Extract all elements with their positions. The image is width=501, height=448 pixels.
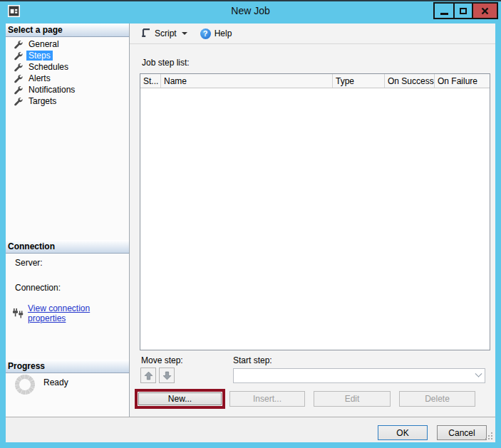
cancel-button[interactable]: Cancel [437, 425, 487, 440]
arrow-up-icon [144, 371, 153, 380]
maximize-button[interactable] [453, 2, 473, 19]
table-header-row: St... Name Type On Success On Failure [140, 74, 490, 88]
sidebar-item-label: General [26, 39, 61, 49]
maximize-icon [460, 8, 467, 14]
script-button[interactable]: Script [136, 25, 192, 43]
insert-button[interactable]: Insert... [229, 391, 305, 407]
start-step-combobox[interactable] [233, 368, 485, 383]
column-header-on-success[interactable]: On Success [385, 74, 435, 88]
select-page-header: Select a page [6, 24, 129, 37]
help-button[interactable]: ? Help [195, 26, 237, 42]
titlebar: New Job [0, 1, 501, 21]
sidebar-item-steps[interactable]: Steps [6, 50, 129, 61]
job-step-list-label: Job step list: [142, 58, 190, 68]
close-button[interactable] [472, 2, 498, 19]
wrench-icon [13, 63, 23, 72]
window-controls [435, 2, 498, 19]
ok-button[interactable]: OK [378, 425, 428, 440]
sidebar-item-label: Schedules [26, 62, 71, 72]
table-body[interactable] [140, 88, 490, 350]
view-connection-properties[interactable]: View connection properties [12, 303, 129, 323]
toolbar: Script ? Help [130, 24, 495, 44]
minimize-icon [440, 13, 448, 15]
progress-status: Ready [43, 377, 68, 387]
chevron-down-icon [182, 32, 187, 35]
column-header-on-failure[interactable]: On Failure [435, 74, 490, 88]
close-icon [481, 7, 489, 15]
job-step-table: St... Name Type On Success On Failure [140, 73, 490, 350]
footer: OK Cancel [6, 417, 495, 442]
view-connection-properties-link[interactable]: View connection properties [28, 303, 129, 323]
sidebar-item-label: Steps [26, 51, 53, 61]
progress-spinner-icon [14, 373, 36, 396]
page-list: General Steps Schedules Alerts Notificat… [6, 38, 129, 107]
column-header-name[interactable]: Name [161, 74, 333, 88]
combo-chevron-icon [472, 373, 485, 378]
main-panel: Script ? Help Job step list: St... Name … [130, 24, 495, 417]
wrench-icon [13, 97, 23, 106]
help-label: Help [215, 28, 232, 38]
sidebar-item-general[interactable]: General [6, 38, 129, 50]
sidebar-item-alerts[interactable]: Alerts [6, 73, 129, 84]
delete-button[interactable]: Delete [399, 391, 475, 407]
progress-header: Progress [6, 360, 129, 373]
sidebar-item-label: Notifications [26, 85, 77, 95]
column-header-st[interactable]: St... [140, 74, 161, 88]
connection-plug-icon [12, 308, 24, 319]
help-icon: ? [200, 28, 211, 39]
move-step-up-button[interactable] [140, 368, 156, 383]
script-icon [141, 28, 151, 40]
move-step-down-button[interactable] [159, 368, 175, 383]
server-label: Server: [15, 258, 43, 268]
arrow-down-icon [162, 371, 172, 380]
sidebar-item-label: Alerts [26, 73, 53, 83]
sidebar-item-notifications[interactable]: Notifications [6, 84, 129, 95]
new-job-dialog: New Job Select a page General Steps Sche… [0, 0, 501, 448]
connection-label: Connection: [15, 283, 61, 293]
edit-button[interactable]: Edit [314, 391, 391, 407]
sidebar: Select a page General Steps Schedules Al… [6, 24, 130, 417]
sidebar-item-label: Targets [26, 96, 58, 106]
wrench-icon [13, 85, 23, 95]
sidebar-item-schedules[interactable]: Schedules [6, 61, 129, 73]
connection-header: Connection [6, 240, 129, 254]
window-title: New Job [0, 5, 501, 16]
column-header-type[interactable]: Type [333, 74, 385, 88]
move-step-label: Move step: [141, 355, 183, 365]
annotation-highlight-box: New... [135, 389, 225, 409]
resize-grip[interactable] [485, 432, 493, 440]
wrench-icon [13, 51, 23, 61]
new-button[interactable]: New... [138, 392, 222, 405]
sidebar-item-targets[interactable]: Targets [6, 95, 129, 107]
script-label: Script [155, 28, 177, 38]
minimize-button[interactable] [433, 2, 455, 19]
wrench-icon [13, 40, 23, 49]
wrench-icon [13, 74, 23, 83]
start-step-label: Start step: [233, 355, 272, 365]
